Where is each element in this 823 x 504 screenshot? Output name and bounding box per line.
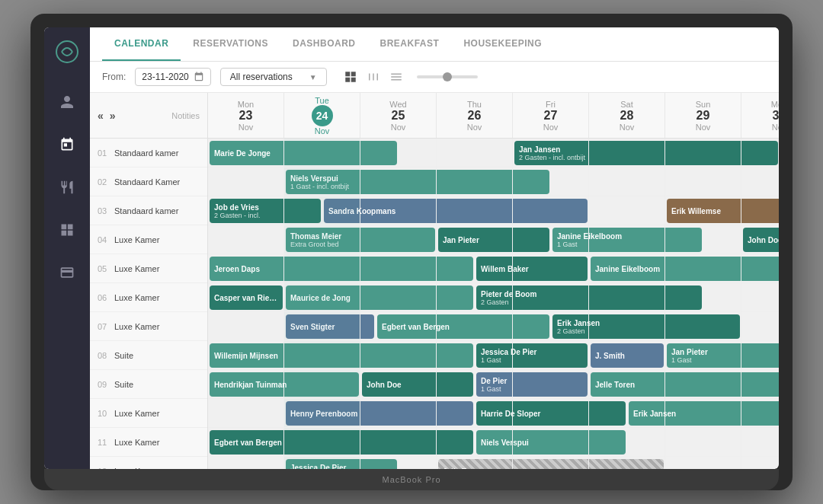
calendar-cell[interactable] [360,370,437,398]
sidebar-icon-person[interactable] [53,88,81,116]
calendar-cell[interactable] [208,254,284,282]
sidebar-icon-card[interactable] [53,259,81,286]
sidebar-icon-grid[interactable] [53,216,81,244]
calendar-cell[interactable] [589,312,665,340]
calendar-cell[interactable] [665,167,741,196]
calendar-cell[interactable] [665,341,741,369]
calendar-cell[interactable] [589,196,665,225]
calendar-cell[interactable] [284,457,360,469]
calendar-cell[interactable] [360,196,437,225]
calendar-cell[interactable] [741,428,779,456]
calendar-cell[interactable] [589,370,665,398]
calendar-cell[interactable] [665,254,741,282]
calendar-cell[interactable] [437,312,513,340]
calendar-cell[interactable] [589,457,665,469]
calendar-cell[interactable] [208,283,284,311]
calendar-cell[interactable] [437,196,513,225]
calendar-cell[interactable] [589,167,665,196]
calendar-cell[interactable] [437,283,513,311]
view-grid-icon[interactable] [342,69,359,85]
calendar-cell[interactable] [284,428,360,456]
calendar-cell[interactable] [437,254,513,282]
calendar-cell[interactable] [513,428,589,456]
calendar-cell[interactable] [437,428,513,456]
calendar-cell[interactable] [284,139,360,167]
calendar-cell[interactable] [513,254,589,282]
tab-breakfast[interactable]: BREAKFAST [368,27,452,61]
calendar-cell[interactable] [665,196,741,225]
calendar-cell[interactable] [360,283,437,311]
calendar-cell[interactable] [665,399,741,427]
calendar-cell[interactable] [360,341,437,369]
calendar-cell[interactable] [284,399,360,427]
calendar-cell[interactable] [208,341,284,369]
calendar-cell[interactable] [208,225,284,254]
calendar-cell[interactable] [513,283,589,311]
calendar-cell[interactable] [284,312,360,340]
calendar-cell[interactable] [513,225,589,254]
zoom-slider[interactable] [417,75,478,78]
filter-select[interactable]: All reservations ▼ [220,68,327,86]
calendar-cell[interactable] [208,167,284,196]
calendar-cell[interactable] [284,254,360,282]
calendar-cell[interactable] [741,254,779,282]
calendar-cell[interactable] [589,428,665,456]
date-input[interactable]: 23-11-2020 [135,68,210,86]
calendar-cell[interactable] [208,196,284,225]
calendar-cell[interactable] [589,399,665,427]
calendar-cell[interactable] [437,167,513,196]
prev-arrow[interactable]: « [98,110,104,122]
sidebar-icon-calendar[interactable] [53,131,81,158]
calendar-cell[interactable] [665,225,741,254]
calendar-cell[interactable] [589,254,665,282]
calendar-cell[interactable] [513,341,589,369]
calendar-cell[interactable] [589,283,665,311]
calendar-cell[interactable] [741,139,779,167]
calendar-cell[interactable] [665,139,741,167]
calendar-cell[interactable] [284,341,360,369]
calendar-cell[interactable] [741,457,779,469]
calendar-cell[interactable] [284,167,360,196]
calendar-cell[interactable] [741,341,779,369]
calendar-cell[interactable] [741,370,779,398]
calendar-cell[interactable] [208,457,284,469]
calendar-cell[interactable] [208,139,284,167]
tab-dashboard[interactable]: DASHBOARD [280,27,368,61]
calendar-cell[interactable] [208,399,284,427]
calendar-cell[interactable] [360,312,437,340]
calendar-cell[interactable] [360,167,437,196]
calendar-cell[interactable] [665,370,741,398]
calendar-cell[interactable] [284,370,360,398]
calendar-cell[interactable] [437,457,513,469]
view-bar-icon[interactable] [365,69,382,85]
calendar-cell[interactable] [513,196,589,225]
calendar-cell[interactable] [513,370,589,398]
calendar-cell[interactable] [589,341,665,369]
calendar-cell[interactable] [284,283,360,311]
tab-calendar[interactable]: CALENDAR [102,27,181,61]
calendar-cell[interactable] [437,341,513,369]
calendar-cell[interactable] [665,283,741,311]
calendar-cell[interactable] [360,254,437,282]
view-list-icon[interactable] [388,69,405,85]
calendar-cell[interactable] [741,399,779,427]
calendar-cell[interactable] [513,457,589,469]
calendar-cell[interactable] [665,312,741,340]
calendar-cell[interactable] [513,399,589,427]
calendar-cell[interactable] [741,196,779,225]
next-arrow[interactable]: » [110,110,116,122]
calendar-cell[interactable] [437,370,513,398]
calendar-cell[interactable] [513,139,589,167]
tab-housekeeping[interactable]: HOUSEKEEPING [451,27,554,61]
calendar-grid[interactable]: Mon 23 Nov Tue 24 Nov Wed 25 Nov Thu 26 … [208,93,779,469]
sidebar-icon-chart[interactable] [53,174,81,201]
calendar-cell[interactable] [437,139,513,167]
calendar-cell[interactable] [208,428,284,456]
calendar-cell[interactable] [360,457,437,469]
calendar-cell[interactable] [741,225,779,254]
calendar-cell[interactable] [741,312,779,340]
calendar-cell[interactable] [589,225,665,254]
calendar-cell[interactable] [513,167,589,196]
calendar-cell[interactable] [360,225,437,254]
calendar-cell[interactable] [208,370,284,398]
